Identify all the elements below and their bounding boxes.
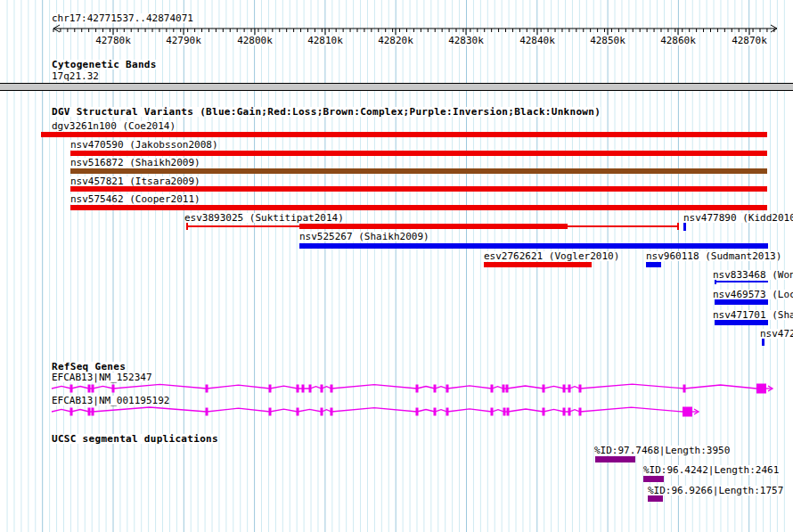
- ruler-tick-label: 42810k: [307, 36, 343, 45]
- ruler-tick-label: 42800k: [237, 36, 273, 45]
- variant-bar[interactable]: [683, 223, 686, 231]
- variant-label[interactable]: esv2762621 (Vogler2010): [484, 251, 619, 261]
- gene-label[interactable]: EFCAB13|NM_152347: [52, 372, 152, 382]
- variant-label[interactable]: nsv471701 (Shar: [713, 310, 793, 320]
- segdup-label[interactable]: %ID:96.9266|Length:1757: [648, 486, 783, 495]
- variant-bar[interactable]: [299, 243, 768, 249]
- variant-bar[interactable]: [299, 224, 568, 229]
- segdup-bar[interactable]: [643, 476, 664, 482]
- variant-line[interactable]: [568, 225, 678, 227]
- variant-label[interactable]: nsv525267 (Shaikh2009): [299, 232, 429, 241]
- segdup-label[interactable]: %ID:97.7468|Length:3950: [594, 446, 730, 455]
- ruler-tick-label: 42840k: [519, 36, 555, 45]
- variant-label[interactable]: nsv477890 (Kidd2010): [683, 213, 793, 223]
- variant-tick[interactable]: [677, 223, 679, 230]
- region-coordinates: chr17:42771537..42874071: [52, 13, 193, 23]
- variant-label[interactable]: nsv472: [760, 329, 793, 339]
- variant-label[interactable]: esv3893025 (Suktitipat2014): [184, 213, 344, 223]
- variant-bar[interactable]: [70, 168, 767, 174]
- variant-label[interactable]: nsv457821 (Itsara2009): [70, 176, 200, 186]
- variant-bar[interactable]: [70, 205, 767, 210]
- variant-label[interactable]: nsv575462 (Cooper2011): [70, 194, 200, 204]
- ruler-tick-label: 42780k: [95, 36, 131, 45]
- genome-browser-canvas: chr17:42771537..42874071 42780k42790k428…: [0, 0, 793, 532]
- segdup-track-title: UCSC segmental duplications: [52, 434, 218, 444]
- variant-bar[interactable]: [484, 262, 592, 267]
- segdup-bar[interactable]: [648, 495, 663, 502]
- variant-label[interactable]: nsv833468 (Wong: [713, 270, 793, 280]
- variant-line[interactable]: [186, 225, 299, 227]
- cytoband-name-label: 17q21.32: [52, 71, 99, 81]
- variant-label[interactable]: nsv469573 (Lock: [713, 290, 793, 299]
- variant-label[interactable]: nsv516872 (Shaikh2009): [70, 158, 200, 168]
- cytoband-bar[interactable]: [0, 83, 793, 91]
- variant-bar[interactable]: [646, 262, 661, 267]
- ruler-tick-label: 42870k: [732, 36, 767, 45]
- variant-label[interactable]: nsv470590 (Jakobsson2008): [70, 140, 218, 150]
- cytogenetic-bands-title: Cytogenetic Bands: [52, 60, 157, 70]
- variant-line[interactable]: [715, 281, 768, 282]
- ruler-tick-label: 42860k: [660, 36, 696, 45]
- variant-bar[interactable]: [762, 339, 764, 346]
- variant-bar[interactable]: [70, 151, 767, 156]
- gene-label[interactable]: EFCAB13|NM_001195192: [52, 396, 169, 405]
- ruler-tick-label: 42820k: [378, 36, 413, 45]
- variant-label[interactable]: dgv3261n100 (Coe2014): [52, 121, 176, 131]
- variant-bar[interactable]: [41, 132, 767, 137]
- segdup-bar[interactable]: [595, 456, 635, 462]
- gene-model[interactable]: [52, 407, 699, 417]
- segdup-label[interactable]: %ID:96.4242|Length:2461: [643, 465, 779, 475]
- gene-model[interactable]: [52, 384, 773, 394]
- refseq-track-title: RefSeq Genes: [52, 362, 126, 372]
- dgv-track-title: DGV Structural Variants (Blue:Gain;Red:L…: [52, 107, 601, 117]
- ruler-tick-label: 42790k: [166, 36, 201, 45]
- ruler-tick-label: 42830k: [448, 36, 484, 45]
- variant-label[interactable]: nsv960118 (Sudmant2013): [646, 251, 781, 261]
- ruler-tick-label: 42850k: [590, 36, 625, 45]
